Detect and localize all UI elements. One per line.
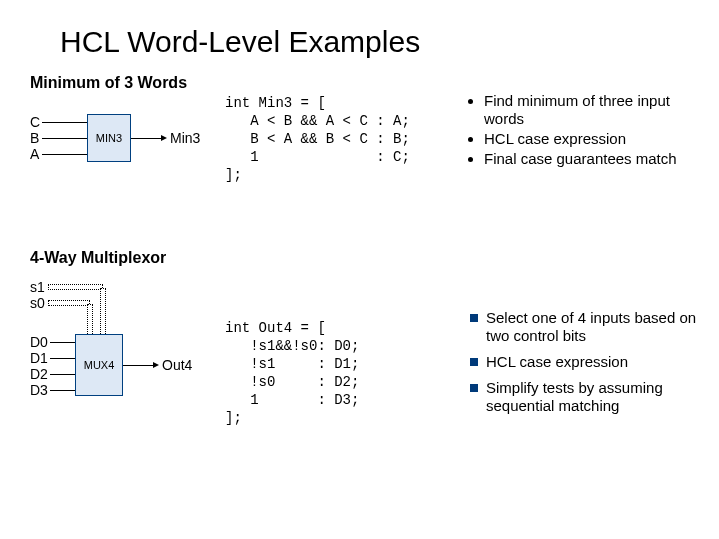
mux4-input-d3: D3 [30,382,48,398]
wire [42,154,87,155]
arrow-right-icon [153,362,159,368]
min3-bullets: Find minimum of three input words HCL ca… [470,92,700,170]
subtitle-mux4: 4-Way Multiplexor [30,249,689,267]
mux4-block-label: MUX4 [84,359,115,371]
mux4-block: MUX4 [75,334,123,396]
wire [50,342,75,343]
bullet-text: Simplify tests by assuming sequential ma… [486,379,700,415]
dotted-wire [100,288,106,334]
wire [131,138,161,139]
bullet-text: Select one of 4 inputs based on two cont… [486,309,700,345]
mux4-input-d0: D0 [30,334,48,350]
subtitle-min3: Minimum of 3 Words [30,74,689,92]
page-title: HCL Word-Level Examples [60,25,689,59]
wire [50,358,75,359]
bullet-item: Final case guarantees match [484,150,700,168]
bullet-item: Select one of 4 inputs based on two cont… [470,309,700,345]
min3-code: int Min3 = [ A < B && A < C : A; B < A &… [225,94,410,184]
min3-input-b: B [30,130,40,146]
arrow-right-icon [161,135,167,141]
section-mux4: 4-Way Multiplexor s1 s0 D0 D1 D2 D3 MUX4… [30,249,689,449]
min3-input-c: C [30,114,40,130]
wire [123,365,153,366]
wire [42,138,87,139]
wire [50,390,75,391]
min3-input-a: A [30,146,40,162]
mux4-input-d2: D2 [30,366,48,382]
bullet-item: HCL case expression [484,130,700,148]
square-bullet-icon [470,384,478,392]
mux4-output-label: Out4 [162,357,192,373]
bullet-item: Simplify tests by assuming sequential ma… [470,379,700,415]
bullet-text: HCL case expression [486,353,628,371]
wire [42,122,87,123]
wire [50,374,75,375]
min3-inputs: C B A [30,114,40,162]
square-bullet-icon [470,314,478,322]
mux4-selects: s1 s0 [30,279,45,311]
min3-block: MIN3 [87,114,131,162]
mux4-input-d1: D1 [30,350,48,366]
mux4-bullets: Select one of 4 inputs based on two cont… [470,309,700,423]
mux4-select-s1: s1 [30,279,45,295]
section-min3: Minimum of 3 Words C B A MIN3 Min3 int M… [30,74,689,249]
mux4-inputs: D0 D1 D2 D3 [30,334,48,398]
bullet-item: Find minimum of three input words [484,92,700,128]
dotted-wire [87,304,93,334]
mux4-code: int Out4 = [ !s1&&!s0: D0; !s1 : D1; !s0… [225,319,359,427]
min3-output-label: Min3 [170,130,200,146]
dotted-wire [48,300,90,306]
dotted-wire [48,284,103,290]
min3-block-label: MIN3 [96,132,122,144]
square-bullet-icon [470,358,478,366]
mux4-select-s0: s0 [30,295,45,311]
bullet-item: HCL case expression [470,353,700,371]
